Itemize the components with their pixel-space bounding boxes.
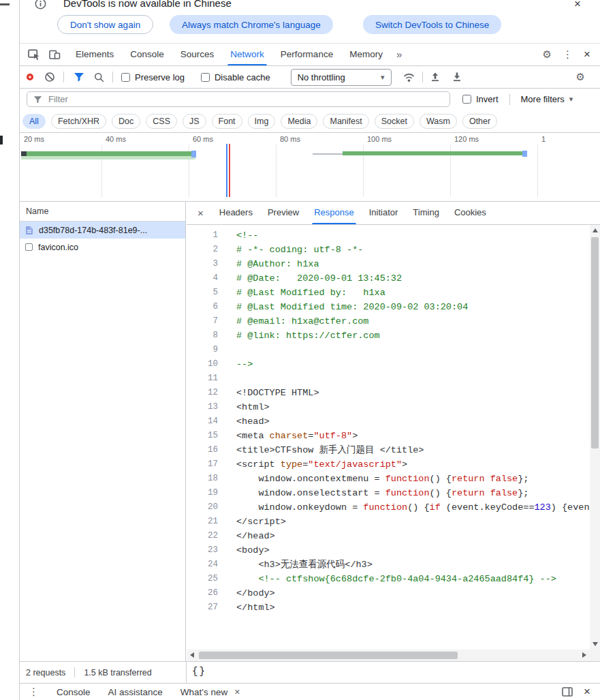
code-line: 1<!-- <box>187 228 590 243</box>
tab-elements[interactable]: Elements <box>67 44 122 65</box>
line-number: 8 <box>187 329 218 343</box>
request-row[interactable]: d35fb78d-174b-483f-81e9-... <box>20 222 185 239</box>
request-waterfall-bar-light <box>21 156 195 159</box>
preserve-log-checkbox[interactable] <box>121 73 130 82</box>
line-number: 24 <box>187 558 218 572</box>
tab-timing[interactable]: Timing <box>405 202 447 224</box>
network-settings-gear-icon[interactable]: ⚙ <box>576 71 585 83</box>
tab-headers[interactable]: Headers <box>212 202 260 224</box>
invert-checkbox[interactable] <box>462 95 471 104</box>
chip-manifest[interactable]: Manifest <box>323 114 368 129</box>
dock-side-icon[interactable] <box>562 687 573 697</box>
customize-menu-dots-icon[interactable]: ⋮ <box>563 48 573 61</box>
document-icon <box>25 226 33 235</box>
preserve-log-label[interactable]: Preserve log <box>135 72 185 82</box>
code-line: 11 <box>187 371 590 386</box>
inspect-element-icon[interactable] <box>28 49 41 61</box>
drawer-menu-dots-icon[interactable]: ⋮ <box>29 686 39 698</box>
invert-label[interactable]: Invert <box>476 94 499 104</box>
line-number: 14 <box>187 414 218 429</box>
network-main-area: Name d35fb78d-174b-483f-81e9-... favicon… <box>20 202 600 661</box>
tab-preview[interactable]: Preview <box>260 202 306 224</box>
scroll-left-arrow[interactable] <box>190 652 194 658</box>
request-count: 2 requests <box>26 668 65 678</box>
disable-cache-checkbox[interactable] <box>201 73 210 82</box>
horizontal-scrollbar-thumb[interactable] <box>199 652 458 659</box>
throttling-select[interactable]: No throttling ▾ <box>291 69 392 86</box>
time-label: 20 ms <box>24 135 44 143</box>
line-number: 9 <box>187 343 218 357</box>
tab-sources[interactable]: Sources <box>172 44 223 65</box>
tab-response[interactable]: Response <box>306 202 362 224</box>
chip-wasm[interactable]: Wasm <box>420 114 457 129</box>
network-overview-timeline[interactable]: 20 ms 40 ms 60 ms 80 ms 100 ms 120 ms 1 <box>20 133 600 202</box>
chip-socket[interactable]: Socket <box>375 114 414 129</box>
scroll-right-arrow[interactable] <box>582 652 586 658</box>
close-detail-panel-icon[interactable]: × <box>198 207 204 219</box>
switch-devtools-chinese-button[interactable]: Switch DevTools to Chinese <box>363 15 501 34</box>
chip-media[interactable]: Media <box>281 114 317 129</box>
disable-cache-label[interactable]: Disable cache <box>215 72 270 82</box>
page-artifact-mark <box>0 136 3 144</box>
tab-cookies[interactable]: Cookies <box>447 202 494 224</box>
filter-funnel-icon[interactable] <box>74 72 84 82</box>
drawer-tab-console[interactable]: Console <box>57 687 91 697</box>
more-tabs-icon[interactable]: » <box>391 44 407 65</box>
device-toolbar-icon[interactable] <box>49 49 61 60</box>
code-line: 12<!DOCTYPE HTML> <box>187 386 590 400</box>
close-drawer-icon[interactable]: × <box>584 685 590 699</box>
more-filters-dropdown[interactable]: More filters ▾ <box>521 94 573 104</box>
tab-performance[interactable]: Performance <box>272 44 341 65</box>
close-whats-new-tab-icon[interactable]: × <box>234 686 240 697</box>
filter-input[interactable] <box>48 94 443 104</box>
pretty-print-button[interactable]: {} <box>192 666 206 677</box>
request-row[interactable]: favicon.ico <box>20 239 185 256</box>
chip-img[interactable]: Img <box>248 114 276 129</box>
request-waterfall-bar <box>21 151 195 156</box>
line-content: # @Last Modified by: h1xa <box>218 286 385 300</box>
code-line: 15<meta charset="utf-8"> <box>187 429 590 443</box>
line-content: <!-- <box>218 228 258 243</box>
import-har-icon[interactable] <box>430 72 441 82</box>
chip-font[interactable]: Font <box>212 114 242 129</box>
request-download-cap <box>191 151 196 157</box>
info-icon <box>35 0 46 12</box>
request-waterfall-bar <box>343 151 522 155</box>
drawer-tab-whats-new[interactable]: What's new <box>180 687 227 697</box>
clear-network-log-icon[interactable] <box>44 72 55 82</box>
code-line: 14<head> <box>187 414 590 429</box>
chip-all[interactable]: All <box>22 114 46 129</box>
response-code-viewer[interactable]: 1<!--2# -*- coding: utf-8 -*-3# @Author:… <box>187 225 590 650</box>
record-network-log-icon[interactable] <box>27 74 33 80</box>
horizontal-scrollbar[interactable] <box>187 650 590 661</box>
infobar-close-icon[interactable]: × <box>574 0 581 11</box>
tab-console[interactable]: Console <box>122 44 172 65</box>
line-content <box>218 371 236 386</box>
chip-doc[interactable]: Doc <box>112 114 140 129</box>
tab-memory[interactable]: Memory <box>341 44 391 65</box>
chip-js[interactable]: JS <box>183 114 206 129</box>
line-number: 21 <box>187 515 218 529</box>
chip-css[interactable]: CSS <box>146 114 177 129</box>
search-icon[interactable] <box>94 72 104 82</box>
scroll-down-arrow[interactable] <box>593 642 598 646</box>
tab-network[interactable]: Network <box>222 44 272 65</box>
column-header-name[interactable]: Name <box>20 202 185 222</box>
code-line: 16<title>CTFshow 新手入门题目 </title> <box>187 443 590 457</box>
settings-gear-icon[interactable]: ⚙ <box>543 48 552 61</box>
dont-show-again-button[interactable]: Don't show again <box>57 15 153 34</box>
vertical-scrollbar[interactable] <box>590 225 600 650</box>
line-number: 16 <box>187 443 218 457</box>
code-line: 18 window.oncontextmenu = function() {re… <box>187 472 590 486</box>
scroll-up-arrow[interactable] <box>593 228 598 232</box>
match-chrome-language-button[interactable]: Always match Chrome's language <box>170 15 333 34</box>
tab-initiator[interactable]: Initiator <box>362 202 406 224</box>
network-conditions-icon[interactable] <box>402 72 415 82</box>
chip-other[interactable]: Other <box>462 114 497 129</box>
chip-fetch-xhr[interactable]: Fetch/XHR <box>51 114 106 129</box>
vertical-scrollbar-thumb[interactable] <box>591 237 599 448</box>
drawer-tab-ai-assistance[interactable]: AI assistance <box>108 687 163 697</box>
time-label: 1 <box>541 135 546 143</box>
export-har-icon[interactable] <box>452 72 462 82</box>
devtools-close-icon[interactable]: × <box>584 48 590 61</box>
